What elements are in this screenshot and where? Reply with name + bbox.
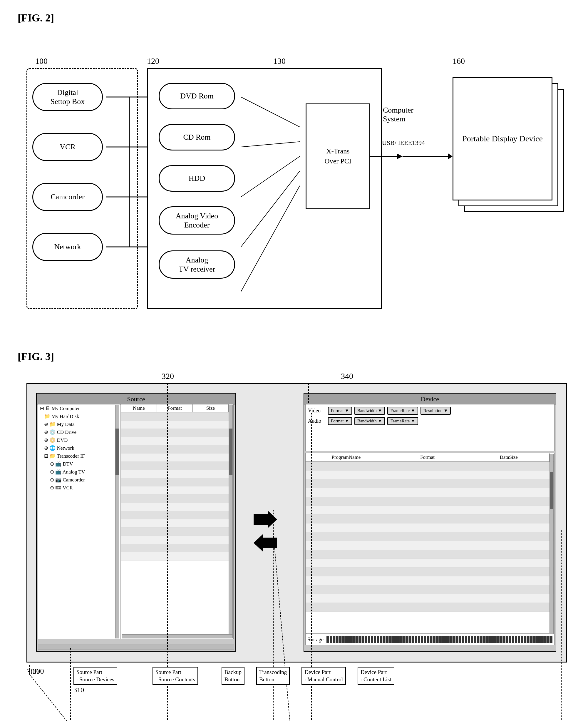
source-row-13 (121, 511, 233, 519)
fig2-section: [FIG. 2] (18, 12, 570, 327)
device-panel: Device Video Format ▼ Bandwidth ▼ FrameR… (303, 393, 556, 652)
source-header-format: Format (157, 405, 193, 412)
device-row-11 (306, 550, 554, 559)
source-row-17 (121, 544, 233, 552)
device-panel-title: Device (304, 394, 556, 405)
source-header-size: Size (193, 405, 229, 412)
device-row-1 (306, 462, 554, 471)
fig3-section: [FIG. 3] 320 340 350 Source ⊟ 🖥 My Compu… (18, 350, 570, 721)
label-backup-button: BackupButton (222, 667, 245, 685)
svg-marker-13 (448, 153, 453, 159)
label-300-area: 300 (26, 667, 50, 676)
label-box-backup: BackupButton (222, 667, 245, 685)
video-resolution-btn[interactable]: Resolution ▼ (420, 407, 451, 415)
ref-310: 310 (74, 686, 84, 694)
label-device-content-list: Device Part: Content List (358, 667, 394, 685)
storage-label: Storage (307, 637, 323, 643)
tree-item-transcoder[interactable]: ⊟ 📁 Transcoder IF (38, 452, 120, 460)
label-120: 120 (147, 57, 159, 66)
device-row-13 (306, 568, 554, 576)
video-bandwidth-btn[interactable]: Bandwidth ▼ (354, 407, 385, 415)
source-row-8 (121, 470, 233, 478)
tree-item-vcr[interactable]: ⊕ 📼 VCR (38, 484, 120, 492)
fig3-bottom-labels: 300 Source Part: Source Devices 310 Sour… (26, 667, 567, 694)
label-box-source-contents: Source Part: Source Contents (152, 667, 198, 685)
tree-item-analogtv[interactable]: ⊕ 📺 Analog TV (38, 468, 120, 476)
tree-item-harddisk[interactable]: 📁 My HardDisk (38, 412, 120, 420)
pill-vcr: VCR (32, 133, 103, 161)
content-scrollbar-v[interactable] (229, 405, 233, 638)
source-row-12 (121, 503, 233, 511)
device-row-12 (306, 559, 554, 568)
audio-framerate-btn[interactable]: FrameRate ▼ (387, 417, 418, 425)
source-row-9 (121, 478, 233, 487)
fig2-label: [FIG. 2] (18, 12, 570, 24)
tree-item-network[interactable]: ⊕ 🌐 Network (38, 444, 120, 452)
pill-camcorder: Camcorder (32, 183, 103, 211)
label-box-transcoding: TranscodingButton (256, 667, 290, 685)
content-scrollbar-h[interactable] (122, 634, 233, 638)
source-row-15 (121, 528, 233, 536)
source-row-5 (121, 445, 233, 454)
audio-bandwidth-btn[interactable]: Bandwidth ▼ (354, 417, 385, 425)
storage-bar-container: Storage (305, 634, 554, 645)
xtrans-box: X-TransOver PCI (306, 103, 370, 209)
source-content: Name Format Size (121, 404, 234, 639)
device-scrollbar-v[interactable] (549, 454, 553, 637)
video-framerate-btn[interactable]: FrameRate ▼ (387, 407, 418, 415)
source-row-4 (121, 437, 233, 445)
video-label: Video (308, 408, 326, 414)
portable-label: Portable Display Device (462, 132, 543, 145)
pill-network: Network (32, 233, 103, 261)
device-row-9 (306, 532, 554, 541)
pill-digital-settop: DigitalSettop Box (32, 83, 103, 111)
source-tree: ⊟ 🖥 My Computer 📁 My HardDisk ⊕ 📁 My Dat… (38, 404, 120, 639)
tree-item-mydata[interactable]: ⊕ 📁 My Data (38, 420, 120, 428)
pill-analog-tv-receiver: AnalogTV receiver (159, 250, 235, 279)
source-row-6 (121, 454, 233, 462)
source-row-14 (121, 519, 233, 528)
label-source-contents: Source Part: Source Contents (152, 667, 198, 685)
source-row-16 (121, 536, 233, 544)
tree-item-dtv[interactable]: ⊕ 📺 DTV (38, 460, 120, 468)
source-row-11 (121, 495, 233, 503)
tree-item-dvd[interactable]: ⊕ 📀 DVD (38, 436, 120, 444)
tree-item-mycomputer[interactable]: ⊟ 🖥 My Computer (38, 405, 120, 412)
computer-system-label: Computer System (383, 106, 414, 123)
pill-cd-rom: CD Rom (159, 124, 235, 150)
label-box-device-manual: Device Part: Manual Control (301, 667, 346, 685)
audio-label: Audio (308, 418, 326, 424)
audio-format-btn[interactable]: Format ▼ (328, 417, 352, 425)
arrow-right-button[interactable] (254, 511, 277, 528)
usb-ieee-label: USB/ IEEE1394 (382, 139, 425, 147)
source-row-1 (121, 412, 233, 420)
pill-hdd: HDD (159, 165, 235, 192)
fig3-label: [FIG. 3] (18, 350, 570, 363)
source-row-18 (121, 552, 233, 560)
device-row-16 (306, 594, 554, 603)
label-130: 130 (273, 57, 286, 66)
device-row-17 (306, 603, 554, 612)
device-content-header: ProgramName Format DataSize (306, 453, 554, 462)
device-header-datasize: DataSize (468, 453, 549, 461)
svg-marker-6 (397, 153, 403, 159)
device-row-10 (306, 541, 554, 550)
device-row-8 (306, 523, 554, 532)
arrow-left-button[interactable] (254, 534, 277, 552)
tree-item-cddrive[interactable]: ⊕ 💿 CD Drive (38, 428, 120, 436)
video-format-btn[interactable]: Format ▼ (328, 407, 352, 415)
source-panel-scrollbar-bottom[interactable] (38, 644, 234, 650)
fig2-diagram: 100 120 130 160 DigitalSettop Box VCR Ca… (18, 33, 576, 327)
device-row-14 (306, 576, 554, 585)
device-row-5 (306, 497, 554, 506)
tree-scrollbar-v[interactable] (115, 405, 119, 638)
label-160: 160 (453, 57, 465, 66)
device-row-2 (306, 471, 554, 479)
device-controls: Video Format ▼ Bandwidth ▼ FrameRate ▼ R… (305, 404, 554, 451)
source-row-2 (121, 420, 233, 429)
tree-item-camcorder[interactable]: ⊕ 📷 Camcorder (38, 476, 120, 484)
label-device-manual: Device Part: Manual Control (301, 667, 346, 685)
source-header-name: Name (121, 405, 157, 412)
source-panel-title: Source (37, 394, 235, 405)
device-row-6 (306, 506, 554, 515)
